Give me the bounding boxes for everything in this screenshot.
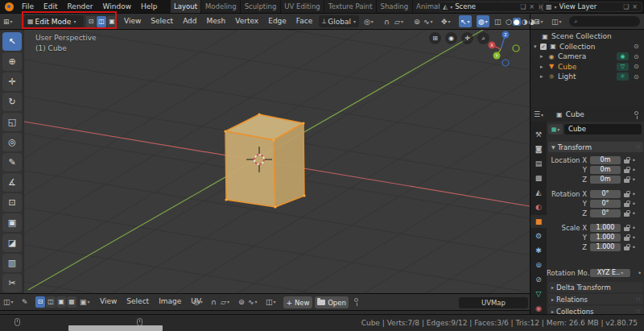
tab-object[interactable]: ■ xyxy=(530,215,547,228)
expand-arrow-icon[interactable]: ▸ xyxy=(540,53,547,60)
gizmos-dropdown[interactable]: ✥▾ xyxy=(441,15,451,27)
panel-delta-transform[interactable]: ▸ Delta Transform ∷ xyxy=(548,282,643,292)
open-image-button[interactable]: Open xyxy=(315,296,349,308)
outliner-row-scene-collection[interactable]: ▣ Scene Collection ⊙ xyxy=(530,31,644,42)
blender-logo-icon[interactable] xyxy=(5,2,14,11)
pivot-point-dropdown[interactable]: ◎▾ xyxy=(364,15,374,27)
tool-cursor[interactable]: ⊕ xyxy=(2,52,22,71)
uv-editor-type-button[interactable]: ◫▾ xyxy=(3,296,14,308)
menu-edit[interactable]: Edit xyxy=(39,1,62,13)
animate-dot-icon[interactable]: • xyxy=(638,270,642,277)
outliner-row-light[interactable]: ▸ ☼ Light ☼ ⊙ xyxy=(530,72,644,82)
scene-selector[interactable]: ◭▾ Scene ❏ × xyxy=(440,2,539,12)
tool-knife[interactable]: ✂ xyxy=(2,274,22,292)
uv-menu-view[interactable]: View xyxy=(95,296,122,308)
snap-target-dropdown[interactable]: ▱▾ xyxy=(394,15,403,27)
uv-falloff-dropdown[interactable]: ∿▾ xyxy=(248,296,258,308)
proportional-edit-toggle[interactable]: ⊚ xyxy=(414,15,420,27)
menu-vertex[interactable]: Vertex xyxy=(230,15,263,27)
uv-island-select-button[interactable]: ▦ xyxy=(67,296,76,308)
scale-z-field[interactable]: 1.000 xyxy=(590,243,621,252)
properties-editor-type-button[interactable]: ☰ xyxy=(534,110,540,118)
outliner-display-dropdown[interactable]: ◫▾ xyxy=(551,15,562,27)
tool-annotate[interactable]: ✎ xyxy=(2,153,22,172)
tab-uv-editing[interactable]: UV Editing xyxy=(281,0,324,13)
animate-dot-icon[interactable]: • xyxy=(632,167,636,174)
orientation-dropdown[interactable]: ⟂ Global ▾ xyxy=(319,15,359,27)
uv-active-tool-icon[interactable]: ✎ xyxy=(22,296,28,308)
tool-transform[interactable]: ◎ xyxy=(2,133,22,151)
camera-view-icon[interactable]: ◉ xyxy=(445,32,457,44)
overlays-dropdown[interactable]: ◍▾ xyxy=(477,15,489,27)
animate-dot-icon[interactable]: • xyxy=(632,176,636,184)
active-tool-gizmo-button[interactable]: ↖▾ xyxy=(459,15,472,27)
snap-toggle-icon[interactable]: ∩ xyxy=(384,15,390,27)
gizmo-negative-z-axis[interactable] xyxy=(502,60,509,66)
animate-dot-icon[interactable]: • xyxy=(632,201,636,208)
lock-icon[interactable] xyxy=(624,169,630,173)
properties-pin-icon[interactable] xyxy=(634,111,638,115)
tab-shading[interactable]: Shading xyxy=(377,0,413,13)
outliner-row-camera[interactable]: ▸ ◉ Camera ◉ ⊙ xyxy=(530,52,644,62)
menu-render[interactable]: Render xyxy=(63,1,98,13)
zoom-view-icon[interactable]: ⌕ xyxy=(477,32,489,44)
outliner-filter-dropdown[interactable]: ⊟▾ xyxy=(534,15,543,27)
tool-measure[interactable]: ∡ xyxy=(2,173,22,192)
tool-bevel[interactable]: ◪ xyxy=(2,234,22,252)
tab-output[interactable]: ▤ xyxy=(530,157,547,170)
location-x-field[interactable]: 0m xyxy=(590,156,621,165)
visibility-eye-icon[interactable]: ⊙ xyxy=(634,73,644,81)
visibility-eye-icon[interactable]: ⊙ xyxy=(634,63,644,70)
lock-icon[interactable] xyxy=(624,227,630,231)
solid-shading-icon[interactable]: ● xyxy=(513,18,521,26)
panel-relations[interactable]: ▸ Relations ∷ xyxy=(548,294,643,304)
location-y-field[interactable]: 0m xyxy=(590,166,621,175)
face-select-mode-button[interactable]: ▣ xyxy=(107,16,117,27)
tab-sculpting[interactable]: Sculpting xyxy=(241,0,281,13)
uv-pin-icon[interactable] xyxy=(354,296,358,308)
lock-icon[interactable] xyxy=(624,193,630,197)
xray-toggle-icon[interactable]: ◫ xyxy=(494,15,502,27)
tab-modeling[interactable]: Modeling xyxy=(201,0,241,13)
uv-face-select-button[interactable]: ▣ xyxy=(56,296,66,308)
lock-icon[interactable] xyxy=(624,237,630,241)
unlink-scene-icon[interactable]: × xyxy=(527,3,536,10)
new-image-button[interactable]: +New xyxy=(283,296,312,308)
uv-proportional-edit-toggle[interactable]: ⊚ xyxy=(238,296,245,308)
tool-extrude-region[interactable]: ⊡ xyxy=(2,193,22,212)
tab-constraints[interactable]: ⊘ xyxy=(530,273,547,286)
vertex-select-mode-button[interactable]: ⊡ xyxy=(86,16,96,27)
menu-face[interactable]: Face xyxy=(291,15,317,27)
image-browse-dropdown[interactable]: ◫▾ xyxy=(266,296,276,308)
menu-select[interactable]: Select xyxy=(146,15,178,27)
tab-texture-paint[interactable]: Texture Paint xyxy=(324,0,377,13)
tab-object-data[interactable]: ▽ xyxy=(530,288,547,300)
animate-dot-icon[interactable]: • xyxy=(632,191,636,198)
tool-rotate[interactable]: ↻ xyxy=(2,93,22,111)
expand-arrow-icon[interactable]: ▾ xyxy=(534,43,540,50)
tab-world[interactable]: ◐ xyxy=(530,201,547,213)
lock-icon[interactable] xyxy=(624,179,630,183)
menu-edge[interactable]: Edge xyxy=(263,15,291,27)
toggle-projection-icon[interactable]: ⊞ xyxy=(429,32,441,44)
animate-dot-icon[interactable]: • xyxy=(632,157,636,164)
panel-menu-icon[interactable]: ∷ xyxy=(637,144,640,151)
remove-view-layer-icon[interactable]: × xyxy=(630,3,639,10)
outliner-search-input[interactable]: ⌕ xyxy=(569,16,640,27)
lock-icon[interactable] xyxy=(624,246,630,250)
mode-dropdown[interactable]: ▦ Edit Mode ▾ xyxy=(24,15,84,27)
tool-inset-faces[interactable]: ▣ xyxy=(2,213,22,232)
tab-render[interactable]: ◙ xyxy=(530,143,547,155)
outliner-row-cube[interactable]: ▸ ▼ Cube ▽ ⊙ xyxy=(530,62,644,72)
rotation-z-field[interactable]: 0° xyxy=(590,209,621,218)
menu-view[interactable]: View xyxy=(119,15,146,27)
tab-material[interactable]: ◉ xyxy=(530,302,547,314)
tab-modifiers[interactable]: ⚙ xyxy=(530,230,547,242)
collection-checkbox[interactable] xyxy=(540,43,547,50)
animate-dot-icon[interactable]: • xyxy=(632,244,636,251)
pan-view-icon[interactable]: ✛ xyxy=(461,32,473,44)
panel-drag-handle[interactable]: ∷ xyxy=(637,308,640,315)
animate-dot-icon[interactable]: • xyxy=(632,210,636,217)
view-layer-selector[interactable]: ▩▾ View Layer ❏ × xyxy=(543,2,642,12)
uv-sticky-select-dropdown[interactable]: ▣▾ xyxy=(80,296,90,308)
